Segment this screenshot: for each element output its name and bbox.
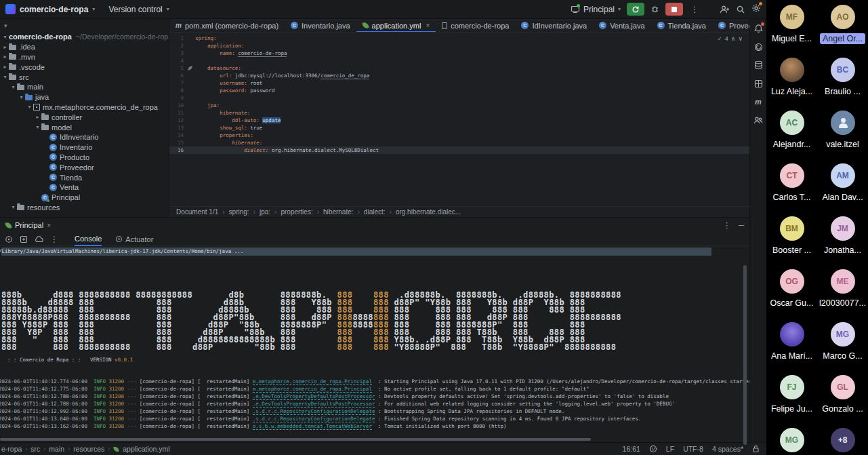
participant-tile[interactable]: Ana Marí... [766,317,817,370]
editor-line[interactable]: 4 [169,57,749,64]
log-logger-link[interactable]: .e.DevToolsPropertyDefaultsPostProcessor [253,401,375,408]
version-control-menu[interactable]: Version control [108,5,162,14]
participant-tile[interactable]: FJFelipe Ju... [766,370,817,423]
log-logger-link[interactable]: .e.DevToolsPropertyDefaultsPostProcessor [253,393,375,400]
editor-line[interactable]: 6 url: jdbc:mysql://localhost:3306/comer… [169,72,749,79]
tree-item-main[interactable]: ▾main [0,82,169,92]
run-tab-title[interactable]: Principal [15,221,43,229]
breadcrumb-item[interactable]: hibernate: [323,208,353,216]
breadcrumb-item[interactable]: org.hibernate.dialec... [396,208,461,216]
endpoints-icon[interactable] [753,115,763,125]
notifications-icon[interactable] [753,24,763,33]
tree-item-java[interactable]: ▾java [0,92,169,102]
tab-actuator[interactable]: Actuator [115,235,153,243]
tree-item-src[interactable]: ▾src [0,72,169,82]
services-icon[interactable] [20,235,28,243]
participant-tile[interactable]: Luz Aleja... [766,53,817,106]
tab-pom-xml-comercio-de-ropa-[interactable]: mpom.xml (comercio-de-ropa) [169,19,285,33]
participant-tile[interactable]: vale.itzel [817,106,868,159]
log-logger-link[interactable]: .s.d.r.c.RepositoryConfigurationDelegate [253,416,375,422]
participant-tile[interactable]: MGMarco G... [817,317,868,370]
participant-tile[interactable]: MEl20030077... [817,264,868,317]
horizontal-scrollbar[interactable] [0,438,591,441]
log-logger-link[interactable]: m.metaphorce.comercio_de_ropa.Principal [253,386,372,393]
tree-item-proveedor[interactable]: CProveedor [0,162,169,172]
more-icon[interactable]: ⋮ [50,235,58,244]
more-options-icon[interactable]: ⋮ [723,221,730,230]
breadcrumb-item[interactable]: spring: [229,208,249,216]
editor-line[interactable]: 7 username: root [169,79,749,87]
log-logger-link[interactable]: .s.d.r.c.RepositoryConfigurationDelegate [253,408,375,415]
editor-line[interactable]: 8 password: password [169,87,749,94]
participant-tile[interactable]: AMAlan Dav... [817,159,868,212]
run-configuration-widget[interactable]: Principal ▾ [571,5,621,14]
tree-item--vscode[interactable]: ▸.vscode [0,62,169,72]
participant-tile[interactable]: GLGonzalo ... [817,370,868,423]
participant-tile[interactable]: MFMiguel E... [766,0,817,53]
close-icon[interactable]: × [426,22,430,29]
statusbar-breadcrumb-item[interactable]: e-ropa [1,445,22,453]
editor-line[interactable]: 12 ddl-auto: update [169,117,749,124]
chevron-down-icon[interactable]: ▾ [9,204,17,210]
editor-line[interactable]: 15 hibernate: [169,139,749,146]
chevron-down-icon[interactable]: ▾ [9,84,17,90]
tree-item-controller[interactable]: ▸controller [0,112,169,122]
indent-widget[interactable]: 4 spaces* [712,445,743,453]
cloud-icon[interactable] [35,236,43,243]
console-command-line[interactable]: /Library/Java/JavaVirtualMachines/liberi… [1,248,711,256]
add-user-button[interactable] [720,5,730,14]
tab-idinventario-java[interactable]: CIdInventario.java [515,19,593,33]
tab-tienda-java[interactable]: CTienda.java [651,19,712,33]
tab-inventario-java[interactable]: CInventario.java [285,19,356,33]
settings-button[interactable] [751,3,761,16]
breadcrumb-item[interactable]: jpa: [260,208,270,216]
project-selector[interactable]: comercio-de-ropa [20,5,88,14]
participant-tile[interactable]: OGOscar Gu... [766,264,817,317]
tree-item-producto[interactable]: CProducto [0,153,169,163]
caret-position[interactable]: 16:61 [623,445,640,453]
encoding-widget[interactable]: UTF-8 [683,445,703,453]
stop-button[interactable] [665,3,683,16]
rerun-button[interactable] [627,3,644,16]
log-logger-link[interactable]: m.metaphorce.comercio_de_ropa.Principal [253,378,372,385]
tree-item-principal[interactable]: CPrincipal [0,193,169,203]
log-logger-link[interactable]: o.s.b.w.embedded.tomcat.TomcatWebServer [253,423,372,430]
maven-icon[interactable]: m [753,97,763,106]
participant-tile[interactable]: ACAlejandr... [766,106,817,159]
tree-item-venta[interactable]: CVenta [0,182,169,193]
editor-line[interactable]: 10 jpa: [169,102,749,109]
chevron-down-icon[interactable]: ▾ [34,124,41,130]
breadcrumb-item[interactable]: Document 1/1 [176,208,218,216]
spring-icon[interactable] [753,42,763,52]
statusbar-breadcrumb-item[interactable]: main [49,445,64,453]
tree-item-inventario[interactable]: CInventario [0,142,169,153]
services-icon[interactable] [753,79,763,88]
participant-tile[interactable]: MG [766,423,817,455]
breadcrumb-item[interactable]: dialect: [364,208,386,216]
tab-console[interactable]: Console [75,233,102,246]
chevron-right-icon[interactable]: ▸ [1,54,9,60]
chevron-down-icon[interactable]: ∨ [738,35,743,42]
chevron-down-icon[interactable]: ▾ [18,94,25,100]
chevron-down-icon[interactable]: ▾ [26,104,33,110]
chevron-right-icon[interactable]: ▸ [1,44,9,50]
statusbar-breadcrumb-item[interactable]: src [30,445,40,453]
panel-collapse-icon[interactable]: ▾ [0,21,169,32]
participant-tile[interactable]: +8 [817,423,868,455]
tree-item-mx-metaphorce-comercio-de-ropa[interactable]: ▾mx.metaphorce.comercio_de_ropa [0,102,169,113]
editor-line[interactable]: 9 [169,94,749,102]
participant-tile[interactable]: BMBooster ... [766,212,817,264]
statusbar-breadcrumb-item[interactable]: resources [73,445,104,453]
editor-line[interactable]: 13 show_sql: true [169,124,749,132]
status-widget-icon[interactable] [649,445,657,453]
debug-button[interactable] [650,5,659,14]
editor-line[interactable]: 14 properties: [169,132,749,139]
editor-line[interactable]: 11 hibernate: [169,109,749,117]
vertical-scrollbar[interactable] [743,265,747,445]
chevron-down-icon[interactable]: ▾ [1,74,9,80]
inspections-widget[interactable]: ✓ 4 ∧ ∨ [717,35,743,42]
close-icon[interactable]: × [47,222,51,229]
participant-tile[interactable]: BCBraulio ... [817,53,868,106]
editor-line[interactable]: 16 dialect: org.hibernate.dialect.MySQL8… [169,146,749,154]
code-editor[interactable]: ✓ 4 ∧ ∨ 1spring:2 application:3 name: co… [169,33,749,206]
